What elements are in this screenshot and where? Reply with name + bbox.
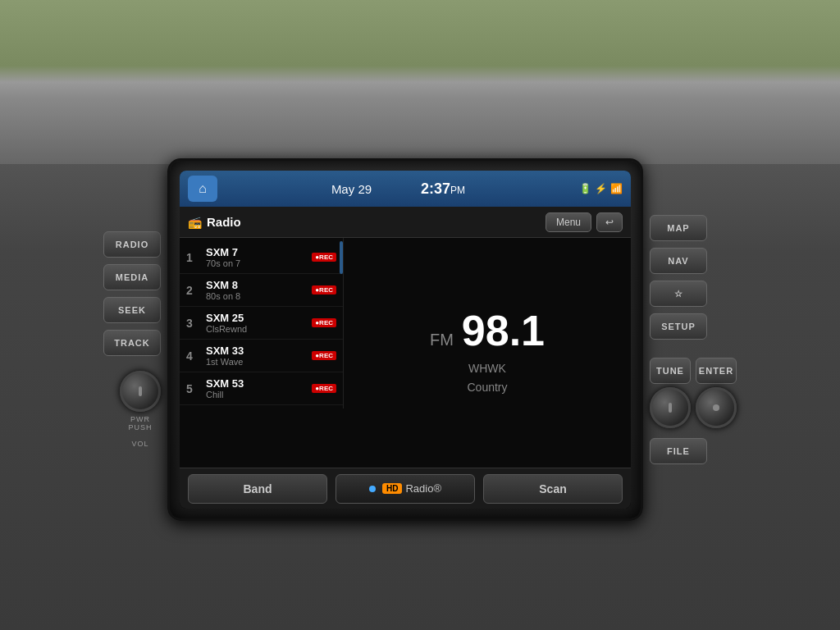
rec-badge: ●REC bbox=[312, 253, 336, 262]
bluetooth-icon: ⚡ bbox=[595, 183, 607, 194]
radio-button[interactable]: RADIO bbox=[103, 231, 161, 258]
battery-icon: 🔋 bbox=[579, 183, 591, 194]
hd-icon: HD bbox=[382, 483, 402, 494]
map-button[interactable]: MAP bbox=[650, 215, 707, 241]
band-label: FM bbox=[430, 331, 454, 349]
station-genre: Country bbox=[467, 378, 507, 396]
preset-list: 1 SXM 7 70s on 7 ●REC 2 SXM 8 80s on 8 ●… bbox=[180, 238, 344, 409]
preset-item[interactable]: 2 SXM 8 80s on 8 ●REC bbox=[180, 274, 343, 307]
station-callsign: WHWK bbox=[467, 359, 507, 377]
station-display: FM 98.1 WHWK Country bbox=[344, 238, 631, 468]
preset-number: 3 bbox=[186, 317, 199, 330]
signal-icon: 📶 bbox=[610, 183, 623, 194]
preset-subtitle: ClsRewnd bbox=[206, 324, 305, 334]
preset-item[interactable]: 4 SXM 33 1st Wave ●REC bbox=[180, 340, 343, 372]
seek-button[interactable]: SEEK bbox=[103, 297, 161, 323]
preset-subtitle: 80s on 8 bbox=[206, 291, 305, 301]
hd-radio-button[interactable]: HD Radio® bbox=[336, 474, 475, 504]
menu-button[interactable]: Menu bbox=[546, 212, 591, 232]
rec-badge: ●REC bbox=[312, 318, 336, 327]
preset-name: SXM 53 bbox=[206, 377, 305, 390]
screen: ⌂ May 29 2:37PM 🔋 ⚡ 📶 📻 Rad bbox=[180, 171, 631, 509]
preset-number: 5 bbox=[186, 382, 199, 395]
preset-info: SXM 53 Chill bbox=[206, 377, 305, 399]
status-bar: ⌂ May 29 2:37PM 🔋 ⚡ 📶 bbox=[180, 171, 631, 207]
file-button[interactable]: FILE bbox=[650, 438, 707, 464]
frequency-display: 98.1 bbox=[462, 309, 545, 352]
tune-knob-area: TUNE bbox=[650, 358, 691, 428]
radio-icon: 📻 bbox=[188, 216, 202, 229]
preset-info: SXM 7 70s on 7 bbox=[206, 246, 305, 268]
radio-title: 📻 Radio bbox=[188, 215, 546, 229]
band-button[interactable]: Band bbox=[188, 474, 327, 504]
display-unit: ⌂ May 29 2:37PM 🔋 ⚡ 📶 📻 Rad bbox=[167, 158, 643, 521]
radio-header: 📻 Radio Menu ↩ bbox=[180, 207, 631, 238]
main-content: 1 SXM 7 70s on 7 ●REC 2 SXM 8 80s on 8 ●… bbox=[180, 238, 631, 468]
volume-knob[interactable] bbox=[120, 371, 161, 412]
scroll-indicator bbox=[340, 241, 343, 274]
rec-badge: ●REC bbox=[312, 384, 336, 393]
setup-button[interactable]: SETUP bbox=[650, 313, 707, 340]
head-unit-container: RADIO MEDIA SEEK TRACK PWRPUSHVOL ⌂ May … bbox=[103, 158, 737, 521]
status-icons: 🔋 ⚡ 📶 bbox=[579, 183, 623, 194]
preset-subtitle: 70s on 7 bbox=[206, 258, 305, 268]
preset-number: 4 bbox=[186, 349, 199, 363]
preset-item[interactable]: 5 SXM 53 Chill ●REC bbox=[180, 372, 343, 405]
enter-area: ENTER bbox=[696, 358, 737, 428]
preset-subtitle: 1st Wave bbox=[206, 357, 305, 367]
preset-info: SXM 33 1st Wave bbox=[206, 345, 305, 367]
home-button[interactable]: ⌂ bbox=[188, 176, 217, 202]
tune-label: TUNE bbox=[650, 358, 691, 384]
media-button[interactable]: MEDIA bbox=[103, 264, 161, 290]
preset-subtitle: Chill bbox=[206, 390, 305, 399]
station-info: WHWK Country bbox=[467, 359, 507, 396]
preset-name: SXM 33 bbox=[206, 345, 305, 357]
right-controls-panel: MAP NAV ☆ SETUP TUNE ENTER FILE bbox=[650, 215, 737, 464]
date-display: May 29 bbox=[331, 182, 372, 196]
preset-name: SXM 25 bbox=[206, 312, 305, 324]
bottom-bar: Band HD Radio® Scan bbox=[180, 468, 631, 509]
preset-name: SXM 8 bbox=[206, 279, 305, 291]
fav-button[interactable]: ☆ bbox=[650, 281, 707, 307]
rec-badge: ●REC bbox=[312, 351, 336, 360]
hd-label: Radio® bbox=[405, 482, 441, 495]
tune-knob[interactable] bbox=[650, 387, 691, 428]
rec-badge: ●REC bbox=[312, 285, 336, 294]
preset-info: SXM 25 ClsRewnd bbox=[206, 312, 305, 334]
date-time-display: May 29 2:37PM bbox=[226, 180, 571, 198]
track-button[interactable]: TRACK bbox=[103, 330, 161, 356]
nav-button[interactable]: NAV bbox=[650, 248, 707, 274]
enter-label: ENTER bbox=[696, 358, 737, 384]
preset-number: 2 bbox=[186, 284, 199, 297]
preset-number: 1 bbox=[186, 251, 199, 264]
vol-label: PWRPUSHVOL bbox=[128, 415, 152, 448]
vol-knob-area: PWRPUSHVOL bbox=[120, 371, 161, 448]
top-scene-window bbox=[0, 0, 840, 164]
preset-item[interactable]: 1 SXM 7 70s on 7 ●REC bbox=[180, 241, 343, 274]
enter-knob[interactable] bbox=[696, 387, 737, 428]
header-buttons: Menu ↩ bbox=[546, 212, 623, 232]
preset-list-wrapper: 1 SXM 7 70s on 7 ●REC 2 SXM 8 80s on 8 ●… bbox=[180, 238, 344, 468]
time-display: 2:37PM bbox=[421, 180, 465, 198]
home-icon: ⌂ bbox=[199, 181, 207, 196]
preset-info: SXM 8 80s on 8 bbox=[206, 279, 305, 301]
hd-dot bbox=[369, 486, 376, 492]
scan-button[interactable]: Scan bbox=[483, 474, 623, 504]
preset-item[interactable]: 3 SXM 25 ClsRewnd ●REC bbox=[180, 307, 343, 340]
back-button[interactable]: ↩ bbox=[596, 212, 623, 232]
left-controls-panel: RADIO MEDIA SEEK TRACK PWRPUSHVOL bbox=[103, 231, 161, 448]
preset-name: SXM 7 bbox=[206, 246, 305, 258]
